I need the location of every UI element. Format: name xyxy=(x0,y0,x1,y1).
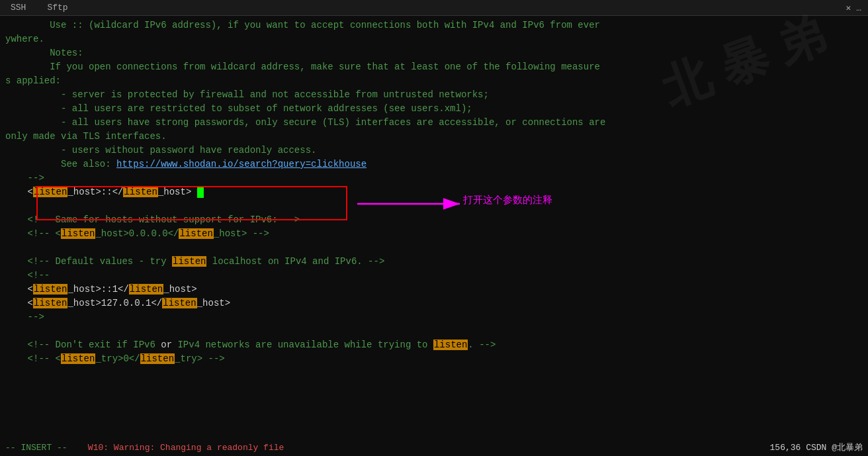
status-right: 156,36 CSDN @北暴弟 xyxy=(770,441,863,453)
close-button[interactable]: ✕ … xyxy=(840,1,868,15)
listen-tag-11: listen xyxy=(61,353,95,364)
line-16: <!-- <listen_host>0.0.0.0</listen_host> … xyxy=(0,227,868,241)
listen-tag-8: listen xyxy=(33,298,67,308)
line-18: <!-- Default values - try listen localho… xyxy=(0,255,868,269)
listen-tag-2: listen xyxy=(123,187,157,197)
line-14 xyxy=(0,199,868,213)
cursor-position: 156,36 xyxy=(770,443,801,453)
line-24: <!-- Don't exit if IPv6 or IPv4 networks… xyxy=(0,338,868,352)
shodan-link[interactable]: https://www.shodan.io/search?query=click… xyxy=(116,159,367,169)
csdn-label: CSDN @北暴弟 xyxy=(806,443,863,453)
listen-tag-9: listen xyxy=(162,298,196,308)
line-12: --> xyxy=(0,171,868,185)
tab-bar: SSH Sftp ✕ … xyxy=(0,0,868,16)
line-2: ywhere. xyxy=(0,32,868,46)
main-content: Use :: (wildcard IPv6 address), if you w… xyxy=(0,16,868,369)
line-10: - users without password have readonly a… xyxy=(0,144,868,158)
line-4: If you open connections from wildcard ad… xyxy=(0,60,868,74)
annotation-text: 打开这个参数的注释 xyxy=(463,194,552,206)
line-23 xyxy=(0,324,868,338)
line-25: <!-- <listen_try>0</listen_try> --> xyxy=(0,352,868,366)
warning-message: W10: Warning: Changing a readonly file xyxy=(88,443,284,453)
listen-tag-7: listen xyxy=(129,284,163,295)
line-9: only made via TLS interfaces. xyxy=(0,130,868,144)
listen-tag-10: listen xyxy=(433,340,468,350)
line-7: - all users are restricted to subset of … xyxy=(0,102,868,116)
line-3: Notes: xyxy=(0,46,868,60)
terminal: SSH Sftp ✕ … 北 暴 弟 Use :: (wildcard IPv6… xyxy=(0,0,868,456)
line-17 xyxy=(0,241,868,255)
line-20: <listen_host>::1</listen_host> xyxy=(0,283,868,296)
listen-tag-1: listen xyxy=(33,187,67,197)
insert-mode: -- INSERT -- xyxy=(5,443,67,453)
line-21: <listen_host>127.0.0.1</listen_host> xyxy=(0,296,868,310)
listen-tag-6: listen xyxy=(33,284,67,295)
tab-ssh[interactable]: SSH xyxy=(0,1,36,15)
listen-tag-5: listen xyxy=(172,256,206,267)
status-bar: -- INSERT -- W10: Warning: Changing a re… xyxy=(0,439,868,456)
line-13: <listen_host>::</listen_host> xyxy=(0,185,868,199)
line-6: - server is protected by firewall and no… xyxy=(0,88,868,102)
line-1: Use :: (wildcard IPv6 address), if you w… xyxy=(0,19,868,32)
line-8: - all users have strong passwords, only … xyxy=(0,116,868,130)
listen-tag-4: listen xyxy=(179,228,213,239)
line-11: See also: https://www.shodan.io/search?q… xyxy=(0,158,868,171)
tab-sftp[interactable]: Sftp xyxy=(36,1,78,15)
cursor xyxy=(197,187,204,198)
line-5: s applied: xyxy=(0,74,868,88)
listen-tag-3: listen xyxy=(61,228,95,239)
line-19: <!-- xyxy=(0,269,868,283)
line-22: --> xyxy=(0,310,868,324)
status-left: -- INSERT -- W10: Warning: Changing a re… xyxy=(5,443,284,453)
line-15: <!-- Same for hosts without support for … xyxy=(0,213,868,227)
listen-tag-12: listen xyxy=(140,353,175,364)
